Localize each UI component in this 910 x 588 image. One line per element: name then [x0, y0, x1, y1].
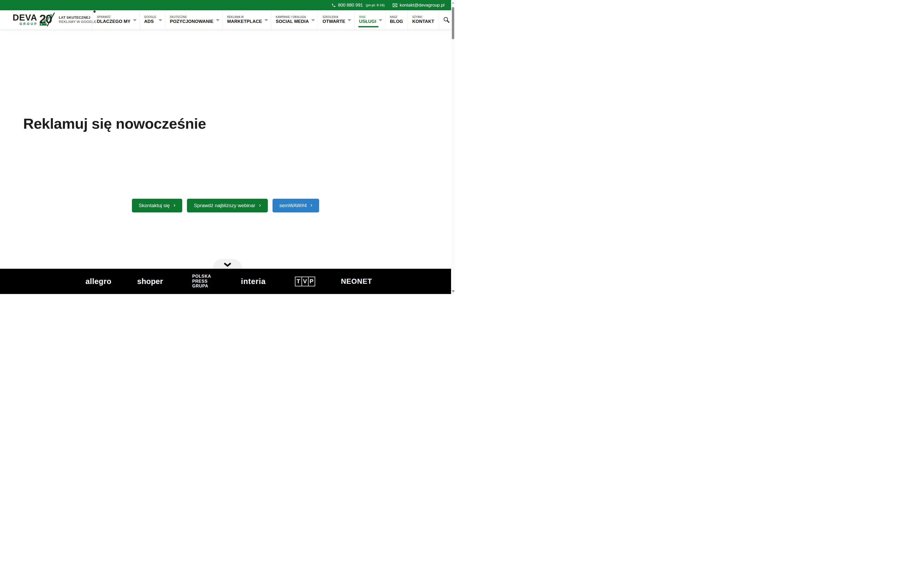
nav-main-label: ADS [144, 19, 157, 24]
button-label: semWAW#4 [280, 203, 307, 208]
partners-footer: allegro shoper POLSKA PRESS GRUPA interi… [0, 269, 455, 294]
partner-logo-text: POLSKA PRESS GRUPA [192, 274, 211, 289]
partner-logo-text: shoper [137, 277, 163, 286]
nav-small-label: NASZ [390, 16, 403, 18]
logo-20-badge: 20 [39, 13, 56, 26]
site-logo[interactable]: DEVA GROUP 20 LAT SKUTECZNEJ REKLAMY [13, 13, 96, 26]
navbar: DEVA GROUP 20 LAT SKUTECZNEJ REKLAMY [0, 10, 455, 29]
chevron-down-icon [158, 19, 162, 21]
nav-main-label: SOCIAL MEDIA [276, 19, 309, 24]
scroll-down-button[interactable] [213, 259, 242, 269]
nav-item-blog[interactable]: NASZ BLOG [385, 10, 407, 29]
hero-section: Reklamuj się nowocześnie Skontaktuj się … [0, 29, 455, 269]
nav-main-label: DLACZEGO MY [97, 19, 131, 24]
partner-logo-allegro: allegro [73, 277, 124, 286]
logo-tagline-2: REKLAMY W GOOGLE [59, 20, 96, 24]
nav-small-label: GOOGLE [144, 16, 157, 18]
scrollbar[interactable] [451, 0, 455, 294]
nav-main-label: POZYCJONOWANIE [170, 19, 213, 24]
semwaw-button[interactable]: semWAW#4 › [273, 199, 319, 212]
arrow-right-icon: › [259, 202, 261, 208]
logo-deva-block: DEVA GROUP [13, 13, 37, 26]
nav-item-dlaczego-my[interactable]: SPRAWDŹ DLACZEGO MY [92, 10, 139, 29]
button-label: Sprawdź najbliższy webinar [194, 203, 255, 208]
nav-item-kontakt[interactable]: SZYBKI KONTAKT [407, 10, 439, 29]
phone-link[interactable]: 800 880 991 (pn-pt: 9-16) [331, 3, 385, 8]
chevron-down-icon [348, 19, 351, 21]
arrow-right-icon: › [310, 202, 312, 208]
chevron-down-icon [311, 19, 315, 21]
nav-item-inne-uslugi[interactable]: INNE USŁUGI [354, 10, 385, 29]
nav-main-label: OTWARTE [323, 19, 345, 24]
nav-main-label: BLOG [390, 19, 403, 24]
nav-small-label: INNE [359, 16, 376, 18]
phone-icon [331, 3, 336, 7]
nav-small-label: SPRAWDŹ [97, 16, 131, 18]
nav-main-label: KONTAKT [412, 19, 434, 24]
page: 800 880 991 (pn-pt: 9-16) kontakt@devagr… [0, 0, 455, 294]
scrollbar-up-arrow-icon[interactable] [452, 2, 454, 4]
partner-logo-tvp: T V P [279, 277, 331, 286]
chevron-down-icon [379, 19, 382, 21]
logo-badge-number: 20 [39, 12, 52, 26]
hero-buttons: Skontaktuj się › Sprawdź najbliższy webi… [0, 199, 451, 212]
search-icon [443, 16, 449, 23]
nav-main-label: MARKETPLACE [227, 19, 262, 24]
chevron-down-icon [223, 263, 232, 267]
nav-small-label: SZKOLENIA [323, 16, 345, 18]
nav-item-szkolenia-otwarte[interactable]: SZKOLENIA OTWARTE [318, 10, 354, 29]
chevron-down-icon [133, 19, 137, 21]
nav-list: SPRAWDŹ DLACZEGO MY GOOGLE ADS SKUTECZNE… [92, 10, 455, 29]
nav-item-google-ads[interactable]: GOOGLE ADS [139, 10, 165, 29]
nav-main-label: USŁUGI [359, 19, 376, 24]
scrollbar-down-arrow-icon[interactable] [452, 290, 455, 292]
logo-taglines: LAT SKUTECZNEJ REKLAMY W GOOGLE [59, 16, 96, 24]
logo-tagline-1: LAT SKUTECZNEJ [59, 16, 96, 19]
nav-item-pozycjonowanie[interactable]: SKUTECZNE POZYCJONOWANIE [165, 10, 222, 29]
phone-hours: (pn-pt: 9-16) [366, 3, 385, 7]
nav-item-marketplace[interactable]: REKLAMA W MARKETPLACE [223, 10, 271, 29]
webinar-button[interactable]: Sprawdź najbliższy webinar › [187, 199, 268, 212]
nav-small-label: REKLAMA W [227, 16, 262, 18]
partner-logo-text: NEONET [341, 278, 372, 286]
nav-small-label: KAMPANIE I OBSŁUGA [276, 16, 309, 18]
nav-item-social-media[interactable]: KAMPANIE I OBSŁUGA SOCIAL MEDIA [271, 10, 318, 29]
partner-logo-text: T V P [295, 277, 315, 286]
partner-logo-interia: interia [228, 277, 279, 286]
scrollbar-thumb[interactable] [452, 7, 454, 39]
topbar: 800 880 991 (pn-pt: 9-16) kontakt@devagr… [0, 0, 455, 10]
arrow-right-icon: › [173, 202, 175, 208]
chevron-down-icon [264, 19, 268, 21]
logo-group: GROUP [19, 22, 38, 26]
nav-small-label: SZYBKI [412, 16, 434, 18]
chevron-down-icon [216, 19, 220, 21]
contact-button[interactable]: Skontaktuj się › [132, 199, 183, 212]
partner-logo-neonet: NEONET [331, 278, 382, 286]
email-link[interactable]: kontakt@devagroup.pl [393, 3, 444, 8]
page-title: Reklamuj się nowocześnie [23, 115, 206, 132]
phone-number: 800 880 991 [338, 3, 363, 8]
nav-small-label: SKUTECZNE [170, 16, 213, 18]
partner-logo-polska-press: POLSKA PRESS GRUPA [176, 274, 228, 289]
partner-logo-text: allegro [86, 277, 112, 286]
email-icon [393, 3, 397, 7]
partner-logo-shoper: shoper [124, 277, 176, 286]
logo-name: DEVA [13, 13, 37, 22]
email-address: kontakt@devagroup.pl [400, 3, 444, 8]
button-label: Skontaktuj się [139, 203, 170, 208]
partner-logo-text: interia [241, 277, 266, 286]
